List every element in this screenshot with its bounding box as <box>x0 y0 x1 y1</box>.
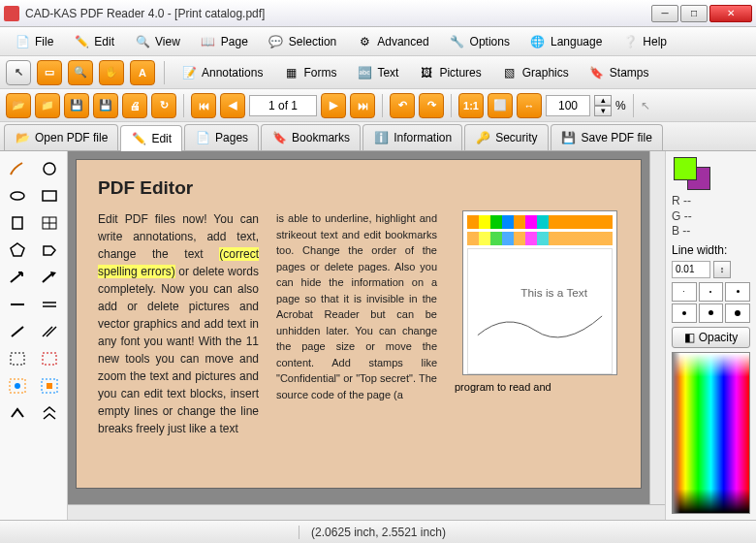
select-rect-tool[interactable] <box>4 347 31 370</box>
menu-help[interactable]: ❔Help <box>614 30 675 53</box>
drawing-tools-panel <box>0 151 68 520</box>
rect-tool[interactable] <box>36 184 63 208</box>
zoom-tool[interactable]: 🔍 <box>68 60 93 85</box>
menu-options[interactable]: 🔧Options <box>441 30 518 53</box>
arrow-tool[interactable] <box>4 266 31 289</box>
rgb-readout: R -- G -- B -- <box>672 194 750 240</box>
zoom-input[interactable] <box>546 95 590 116</box>
horizontal-scrollbar[interactable] <box>68 504 665 520</box>
page-input[interactable] <box>249 95 317 116</box>
separator <box>183 94 184 117</box>
select-rect2-tool[interactable] <box>36 347 63 370</box>
document-scroll[interactable]: PDF Editor Edit PDF files now! You can w… <box>68 151 649 504</box>
mode-stamps[interactable]: 🔖Stamps <box>582 61 656 84</box>
tab-bookmarks[interactable]: 🔖Bookmarks <box>261 124 361 150</box>
advanced-icon: ⚙ <box>356 33 373 50</box>
forms-icon: ▦ <box>282 64 299 81</box>
double-hline-tool[interactable] <box>36 293 63 316</box>
menu-file[interactable]: 📄File <box>6 30 61 53</box>
cap-4[interactable] <box>672 303 697 323</box>
linewidth-input[interactable] <box>672 261 710 278</box>
marquee-tool[interactable]: ▭ <box>37 60 62 85</box>
magic-select2-tool[interactable] <box>36 374 63 398</box>
grid-tool[interactable] <box>36 211 63 235</box>
column-2: is able to underline, highlight and stri… <box>276 210 437 437</box>
tab-security[interactable]: 🔑Security <box>464 124 548 150</box>
save-button[interactable]: 💾 <box>64 93 89 118</box>
tab-pages[interactable]: 📄Pages <box>184 124 259 150</box>
circle-tool[interactable] <box>36 157 63 180</box>
tab-edit[interactable]: ✏️Edit <box>120 125 182 151</box>
cap-2[interactable] <box>699 282 724 302</box>
mode-pictures[interactable]: 🖼Pictures <box>411 61 488 84</box>
refresh-button[interactable]: ↻ <box>151 93 176 118</box>
opacity-button[interactable]: ◧Opacity <box>672 327 750 348</box>
vertical-scrollbar[interactable] <box>649 151 665 504</box>
actual-size-button[interactable]: 1:1 <box>458 93 484 118</box>
pages-icon: 📄 <box>195 130 210 145</box>
info-icon: ℹ️ <box>373 130 389 145</box>
hand-tool[interactable]: ✋ <box>99 60 124 85</box>
mode-annotations[interactable]: 📝Annotations <box>173 61 269 84</box>
brush-tool[interactable] <box>4 157 31 180</box>
zoom-up[interactable]: ▴ <box>594 95 612 106</box>
fit-width-button[interactable]: ↔ <box>517 93 542 118</box>
color-picker[interactable] <box>672 352 750 514</box>
menu-edit[interactable]: ✏️Edit <box>65 30 122 53</box>
cap-5[interactable] <box>699 303 724 323</box>
prev-page-button[interactable]: ◀ <box>220 93 245 118</box>
menu-advanced[interactable]: ⚙Advanced <box>348 30 436 53</box>
mode-text[interactable]: 🔤Text <box>349 61 405 84</box>
cap-1[interactable] <box>672 282 697 302</box>
double-line-tool[interactable] <box>36 320 63 343</box>
foreground-swatch[interactable] <box>674 157 697 180</box>
polygon-tool[interactable] <box>4 239 31 262</box>
menu-language[interactable]: 🌐Language <box>521 30 610 53</box>
line-tool[interactable] <box>4 320 31 343</box>
text-select-tool[interactable]: A <box>130 60 155 85</box>
maximize-button[interactable]: □ <box>680 5 708 22</box>
embedded-screenshot: This is a Text <box>462 210 617 375</box>
close-button[interactable]: ✕ <box>709 5 752 22</box>
menu-view[interactable]: 🔍View <box>126 30 188 53</box>
menu-page[interactable]: 📖Page <box>192 30 256 53</box>
next-page-button[interactable]: ▶ <box>321 93 346 118</box>
r-value: R -- <box>672 194 750 209</box>
line-cap-grid <box>672 282 750 323</box>
caret-up-tool[interactable] <box>4 401 31 425</box>
color-swatches[interactable] <box>672 157 750 190</box>
separator <box>164 61 165 84</box>
tab-strip: 📂Open PDF file ✏️Edit 📄Pages 🔖Bookmarks … <box>0 122 756 151</box>
hline-tool[interactable] <box>4 293 31 316</box>
mode-graphics[interactable]: ▧Graphics <box>494 61 576 84</box>
svg-rect-3 <box>13 217 22 229</box>
double-caret-tool[interactable] <box>36 401 63 425</box>
rotate-right-button[interactable]: ↷ <box>419 93 444 118</box>
print-button[interactable]: 🖨 <box>122 93 147 118</box>
menu-selection[interactable]: 💬Selection <box>260 30 344 53</box>
ellipse-tool[interactable] <box>4 184 31 208</box>
arrow-solid-tool[interactable] <box>36 266 63 289</box>
cap-6[interactable] <box>725 303 750 323</box>
annotations-icon: 📝 <box>180 64 198 81</box>
open-button[interactable]: 📂 <box>6 93 31 118</box>
pointer-tool[interactable]: ↖ <box>6 60 31 85</box>
first-page-button[interactable]: ⏮ <box>191 93 216 118</box>
cap-3[interactable] <box>725 282 750 302</box>
zoom-down[interactable]: ▾ <box>594 106 612 116</box>
pentagon-tool[interactable] <box>36 239 63 262</box>
linewidth-stepper[interactable]: ↕ <box>713 261 731 278</box>
saveas-button[interactable]: 💾 <box>93 93 118 118</box>
fit-page-button[interactable]: ⬜ <box>488 93 513 118</box>
mode-forms[interactable]: ▦Forms <box>275 61 343 84</box>
tab-information[interactable]: ℹ️Information <box>362 124 462 150</box>
last-page-button[interactable]: ⏭ <box>350 93 375 118</box>
square-tool[interactable] <box>4 211 31 235</box>
minimize-button[interactable]: ─ <box>651 5 678 22</box>
tab-save[interactable]: 💾Save PDF file <box>551 124 663 150</box>
rotate-left-button[interactable]: ↶ <box>390 93 415 118</box>
selection-icon: 💬 <box>268 33 285 50</box>
open2-button[interactable]: 📁 <box>35 93 60 118</box>
magic-select-tool[interactable] <box>4 374 31 398</box>
tab-open[interactable]: 📂Open PDF file <box>4 124 118 150</box>
